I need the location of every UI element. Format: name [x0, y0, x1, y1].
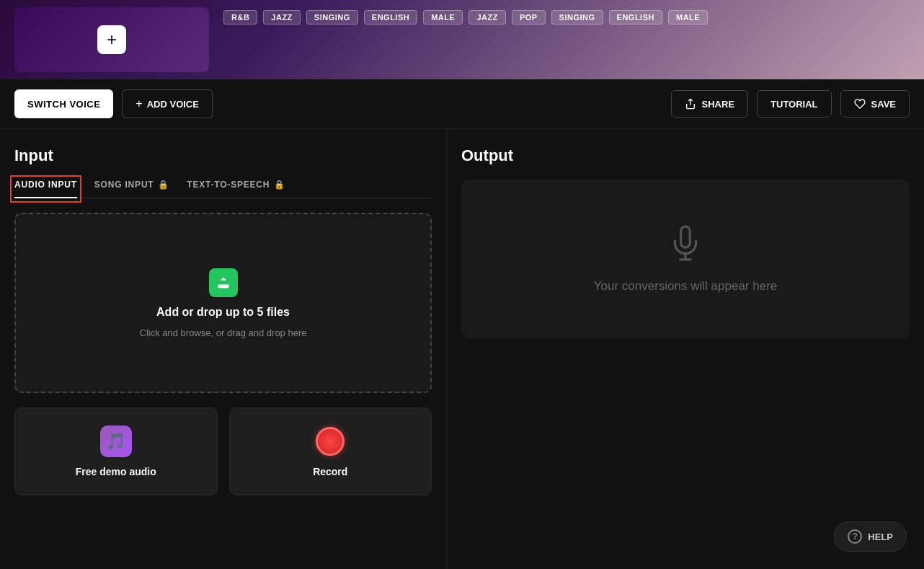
drop-sub-text: Click and browse, or drag and drop here: [140, 327, 307, 338]
tag-rnb[interactable]: R&B: [223, 10, 257, 25]
tags-area: R&B JAZZ SINGING ENGLISH MALE JAZZ POP S…: [223, 7, 708, 25]
record-label: Record: [313, 466, 347, 477]
tts-lock-icon: 🔒: [274, 180, 285, 190]
tag-jazz1[interactable]: JAZZ: [263, 10, 301, 25]
tag-english2[interactable]: ENGLISH: [609, 10, 662, 25]
help-button[interactable]: ? HELP: [834, 521, 907, 552]
tag-jazz2[interactable]: JAZZ: [468, 10, 506, 25]
song-lock-icon: 🔒: [158, 180, 169, 190]
help-circle-icon: ?: [848, 529, 862, 544]
output-title: Output: [461, 146, 910, 165]
record-card[interactable]: Record: [229, 407, 432, 495]
demo-audio-card[interactable]: 🎵 Free demo audio: [14, 407, 218, 495]
tab-song-input[interactable]: SONG INPUT 🔒: [94, 180, 169, 198]
heart-icon: [854, 98, 866, 110]
add-voice-button[interactable]: + ADD VOICE: [122, 89, 213, 118]
voice-thumbnail: +: [14, 7, 209, 72]
top-banner: + R&B JAZZ SINGING ENGLISH MALE JAZZ POP…: [0, 0, 924, 79]
microphone-icon: [667, 225, 703, 268]
tag-singing2[interactable]: SINGING: [551, 10, 603, 25]
toolbar-left: SWITCH VOICE + ADD VOICE: [14, 89, 662, 118]
bottom-cards: 🎵 Free demo audio Record: [14, 407, 432, 495]
tag-english1[interactable]: ENGLISH: [364, 10, 417, 25]
add-to-thumbnail-button[interactable]: +: [97, 25, 126, 54]
tutorial-button[interactable]: TUTORIAL: [757, 90, 831, 118]
toolbar-right: SHARE TUTORIAL SAVE: [671, 90, 910, 118]
toolbar: SWITCH VOICE + ADD VOICE SHARE TUTORIAL …: [0, 79, 924, 129]
tag-male1[interactable]: MALE: [423, 10, 463, 25]
input-tabs: AUDIO INPUT SONG INPUT 🔒 TEXT-TO-SPEECH …: [14, 180, 432, 198]
share-button[interactable]: SHARE: [671, 90, 749, 118]
switch-voice-button[interactable]: SWITCH VOICE: [14, 89, 113, 118]
output-area: Your conversions will appear here: [461, 180, 910, 338]
save-button[interactable]: SAVE: [840, 90, 910, 118]
record-icon: [314, 425, 346, 457]
record-dot: [316, 427, 345, 456]
output-placeholder: Your conversions will appear here: [594, 279, 778, 294]
drop-main-text: Add or drop up to 5 files: [156, 306, 290, 319]
input-panel: Input AUDIO INPUT SONG INPUT 🔒 TEXT-TO-S…: [0, 129, 447, 569]
demo-audio-icon: 🎵: [100, 425, 132, 457]
tab-tts[interactable]: TEXT-TO-SPEECH 🔒: [187, 180, 285, 198]
input-title: Input: [14, 146, 432, 165]
upload-icon: [209, 268, 238, 297]
share-icon: [685, 98, 696, 110]
output-panel: Output Your conversions will appear here: [447, 129, 924, 569]
file-drop-zone[interactable]: Add or drop up to 5 files Click and brow…: [14, 213, 432, 393]
main-content: Input AUDIO INPUT SONG INPUT 🔒 TEXT-TO-S…: [0, 129, 924, 569]
tag-pop[interactable]: POP: [512, 10, 546, 25]
tag-male2[interactable]: MALE: [668, 10, 708, 25]
plus-icon: +: [136, 97, 142, 110]
demo-audio-label: Free demo audio: [76, 466, 156, 477]
tag-singing1[interactable]: SINGING: [306, 10, 358, 25]
tab-audio-input[interactable]: AUDIO INPUT: [14, 180, 77, 198]
